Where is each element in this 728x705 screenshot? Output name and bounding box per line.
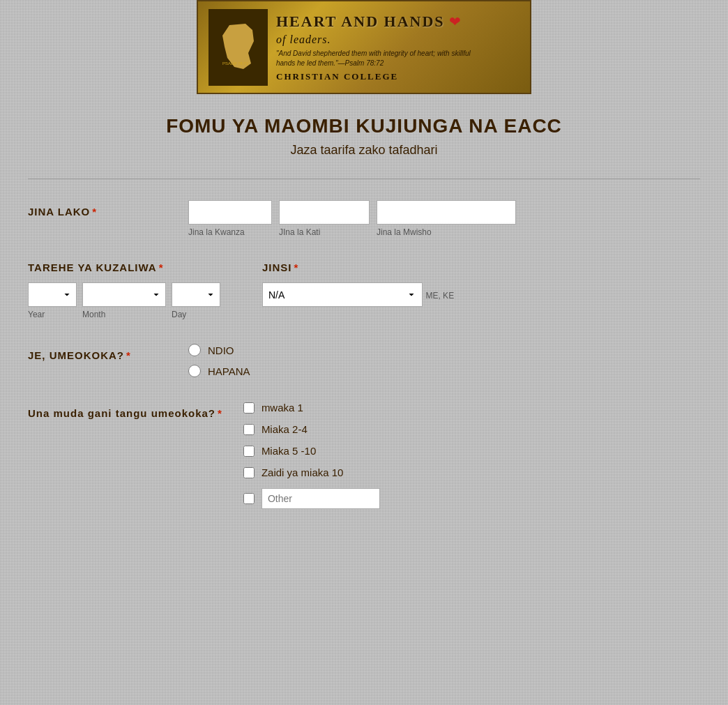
checkbox-zaidi-input[interactable]: [243, 467, 255, 478]
form-subtitle: Jaza taarifa zako tafadhari: [28, 143, 700, 158]
gender-section: JINSI* N/A ME KE ME, KE: [262, 261, 454, 319]
checkbox-1-item: mwaka 1: [243, 402, 380, 414]
gender-select[interactable]: N/A ME KE: [262, 282, 423, 307]
jina-required-star: *: [92, 206, 97, 218]
divider: [28, 179, 700, 179]
day-select[interactable]: [172, 282, 220, 307]
muda-label: Una muda gani tangu umeokoka?*: [28, 402, 222, 419]
checkbox-3-item: Miaka 5 -10: [243, 445, 380, 457]
checkbox-3-label: Miaka 5 -10: [261, 445, 316, 457]
radio-ndio-label: NDIO: [208, 344, 234, 356]
jina-label: JINA LAKO*: [28, 200, 167, 218]
gender-select-group: N/A ME KE ME, KE: [262, 282, 454, 307]
banner-verse: "And David shepherded them with integrit…: [276, 49, 485, 68]
radio-ndio-input[interactable]: [188, 344, 201, 356]
form-container: FOMU YA MAOMBI KUJIUNGA NA EACC Jaza taa…: [28, 115, 700, 509]
umeokoka-required-star: *: [126, 349, 131, 361]
form-title: FOMU YA MAOMBI KUJIUNGA NA EACC: [28, 115, 700, 137]
year-group: Year: [28, 282, 77, 319]
banner-content: HEART AND HANDS ❤ of leaders. "And David…: [276, 13, 520, 82]
heart-icon: ❤: [449, 13, 461, 30]
last-name-group: Jina la Mwisho: [377, 200, 516, 237]
last-name-label: Jina la Mwisho: [377, 227, 516, 237]
checkbox-1-label: mwaka 1: [261, 402, 303, 414]
date-dropdowns: Year Month Day: [28, 282, 220, 319]
other-row: [243, 488, 380, 509]
umeokoka-radio-group: NDIO HAPANA: [188, 344, 250, 377]
date-gender-row: TAREHE YA KUZALIWA* Year Month: [28, 261, 700, 319]
year-label: Year: [28, 310, 77, 319]
month-select[interactable]: [82, 282, 166, 307]
banner: PSALM 78:72 HEART AND HANDS ❤ of leaders…: [197, 0, 531, 94]
date-section: TAREHE YA KUZALIWA* Year Month: [28, 261, 220, 319]
radio-hapana-item: HAPANA: [188, 365, 250, 377]
muda-section: Una muda gani tangu umeokoka?* mwaka 1 M…: [28, 402, 700, 509]
checkbox-miaka24-input[interactable]: [243, 424, 255, 435]
radio-hapana-input[interactable]: [188, 365, 201, 377]
umeokoka-label: JE, UMEOKOKA?*: [28, 344, 167, 361]
banner-container: PSALM 78:72 HEART AND HANDS ❤ of leaders…: [197, 0, 531, 94]
year-select[interactable]: [28, 282, 77, 307]
last-name-input[interactable]: [377, 200, 516, 225]
radio-ndio-item: NDIO: [188, 344, 250, 356]
tarehe-label: TAREHE YA KUZALIWA*: [28, 261, 220, 273]
muda-required-star: *: [218, 407, 222, 419]
jinsi-label: JINSI*: [262, 261, 454, 273]
jinsi-required-star: *: [294, 261, 299, 273]
gender-sublabel: ME, KE: [425, 291, 454, 301]
jina-section: JINA LAKO* Jina la Kwanza JIna la Kati J…: [28, 200, 700, 237]
tarehe-required-star: *: [159, 261, 164, 273]
middle-name-input[interactable]: [279, 200, 370, 225]
checkbox-4-label: Zaidi ya miaka 10: [261, 467, 344, 478]
checkbox-4-item: Zaidi ya miaka 10: [243, 467, 380, 478]
banner-college: Christian College: [276, 71, 520, 82]
first-name-label: Jina la Kwanza: [188, 227, 272, 237]
checkbox-other-input[interactable]: [243, 493, 255, 504]
other-text-input[interactable]: [261, 488, 380, 509]
banner-title: HEART AND HANDS: [276, 13, 445, 31]
radio-hapana-label: HAPANA: [208, 365, 250, 377]
svg-text:PSALM 78:72: PSALM 78:72: [222, 61, 249, 66]
banner-subtitle: of leaders.: [276, 33, 520, 46]
month-group: Month: [82, 282, 166, 319]
month-label: Month: [82, 310, 166, 319]
day-group: Day: [172, 282, 220, 319]
first-name-group: Jina la Kwanza: [188, 200, 272, 237]
first-name-input[interactable]: [188, 200, 272, 225]
muda-checkbox-group: mwaka 1 Miaka 2-4 Miaka 5 -10 Zaidi ya m…: [243, 402, 380, 509]
banner-title-row: HEART AND HANDS ❤: [276, 13, 520, 31]
day-label: Day: [172, 310, 220, 319]
jina-row: JINA LAKO* Jina la Kwanza JIna la Kati J…: [28, 200, 700, 237]
umeokoka-section: JE, UMEOKOKA?* NDIO HAPANA: [28, 344, 700, 377]
name-fields: Jina la Kwanza JIna la Kati Jina la Mwis…: [188, 200, 516, 237]
checkbox-2-item: Miaka 2-4: [243, 423, 380, 435]
checkbox-mwaka1-input[interactable]: [243, 402, 255, 414]
banner-logo: PSALM 78:72: [208, 9, 268, 86]
checkbox-2-label: Miaka 2-4: [261, 423, 308, 435]
middle-name-group: JIna la Kati: [279, 200, 370, 237]
middle-name-label: JIna la Kati: [279, 227, 370, 237]
checkbox-miaka510-input[interactable]: [243, 446, 255, 457]
